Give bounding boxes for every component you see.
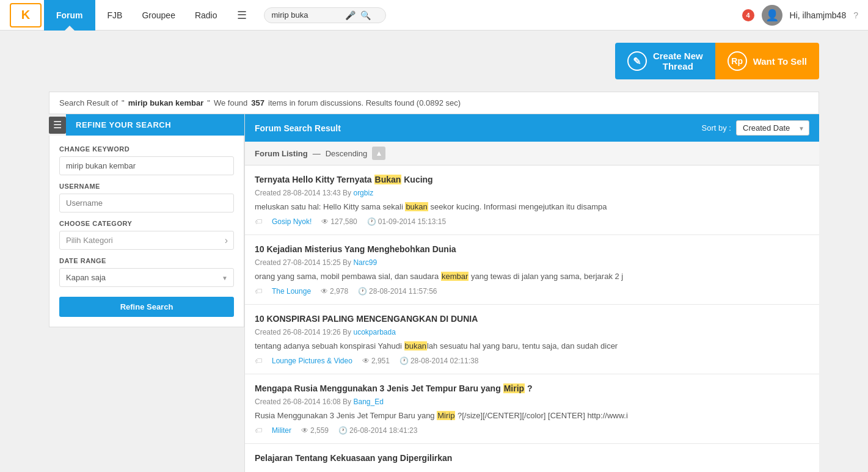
highlight: Mirip — [503, 383, 525, 393]
thread-meta: Created 27-08-2014 15:25 By Narc99 — [255, 258, 809, 267]
avatar[interactable]: 👤 — [762, 5, 782, 26]
date-range-label: DATE RANGE — [59, 257, 234, 264]
view-stat: 👁 127,580 — [321, 217, 357, 226]
mic-icon[interactable]: 🎤 — [345, 10, 356, 20]
sort-label: Sort by : — [702, 123, 731, 133]
thread-excerpt: orang yang sama, mobil pembawa sial, dan… — [255, 270, 809, 283]
change-keyword-label: CHANGE KEYWORD — [59, 145, 234, 153]
refine-search-button[interactable]: Refine Search — [59, 297, 234, 317]
eye-icon: 👁 — [362, 357, 370, 365]
category-select[interactable]: Pilih Kategori — [59, 231, 234, 250]
topnav: K Forum FJB Groupee Radio ☰ 🎤 🔍 4 👤 Hi, … — [0, 0, 868, 31]
hamburger-icon[interactable]: ☰ — [227, 0, 257, 31]
search-icon[interactable]: 🔍 — [360, 10, 371, 20]
sidebar-menu-icon[interactable]: ☰ — [49, 117, 66, 134]
want-to-sell-button[interactable]: Rp Want To Sell — [715, 43, 819, 79]
clock-icon: 🕐 — [358, 287, 367, 296]
author-link[interactable]: Narc99 — [353, 258, 377, 267]
highlight: Mirip — [437, 411, 455, 420]
search-middle: We found — [214, 98, 247, 107]
sort-arrow-button[interactable]: ▲ — [372, 147, 385, 160]
tab-fjb[interactable]: FJB — [98, 0, 133, 31]
username-label: USERNAME — [59, 183, 234, 190]
date-stat: 🕐 28-08-2014 02:11:38 — [399, 357, 478, 365]
listing-order: Descending — [326, 149, 368, 158]
thread-link[interactable]: Mengapa Rusia Menggunakan 3 Jenis Jet Te… — [255, 383, 533, 393]
keyword-input[interactable] — [59, 156, 234, 175]
help-icon[interactable]: ? — [853, 10, 858, 20]
tab-forum[interactable]: Forum — [44, 0, 95, 31]
create-thread-button[interactable]: ✎ Create New Thread — [615, 43, 715, 79]
highlight: bukan — [405, 202, 428, 211]
main-content: Search Result of "mirip bukan kembar" We… — [0, 92, 868, 472]
thread-footer: 🏷 Lounge Pictures & Video 👁 2,951 🕐 28-0… — [255, 357, 809, 365]
username-input[interactable] — [59, 194, 234, 212]
tab-groupee[interactable]: Groupee — [132, 0, 184, 31]
rp-icon: Rp — [728, 51, 747, 71]
search-result-bar: Search Result of "mirip bukan kembar" We… — [49, 92, 819, 114]
thread-item: Pelajaran Tentang Kekuasaan yang Dipergi… — [245, 444, 819, 472]
search-input[interactable] — [272, 10, 345, 20]
thread-link[interactable]: 10 Kejadian Misterius Yang Menghebohkan … — [255, 244, 456, 254]
refine-body: CHANGE KEYWORD USERNAME CHOOSE CATEGORY … — [49, 136, 244, 327]
date-stat: 🕐 28-08-2014 11:57:56 — [358, 287, 437, 296]
date-stat: 🕐 01-09-2014 15:13:15 — [367, 217, 446, 226]
thread-title: Ternyata Hello Kitty Ternyata Bukan Kuci… — [255, 174, 809, 186]
thread-meta: Created 28-08-2014 13:43 By orgbiz — [255, 189, 809, 197]
category-link[interactable]: The Lounge — [272, 287, 311, 296]
date-stat: 🕐 26-08-2014 18:41:23 — [338, 426, 417, 435]
sort-by: Sort by : Created Date Most Viewed Most … — [702, 120, 809, 136]
category-wrapper: Pilih Kategori — [59, 231, 234, 250]
tag-icon: 🏷 — [255, 426, 262, 435]
thread-excerpt: tentang adanya sebuah konspirasi Yahudi … — [255, 340, 809, 352]
thread-item: Ternyata Hello Kitty Ternyata Bukan Kuci… — [245, 165, 819, 235]
tag-icon: 🏷 — [255, 217, 262, 226]
thread-footer: 🏷 The Lounge 👁 2,978 🕐 28-08-2014 11:57:… — [255, 287, 809, 296]
forum-results: Forum Search Result Sort by : Created Da… — [244, 114, 819, 472]
date-range-select[interactable]: Kapan saja Hari ini Minggu ini Bulan ini — [59, 268, 234, 287]
thread-meta: Created 26-08-2014 16:08 By Bang_Ed — [255, 398, 809, 406]
thread-link[interactable]: 10 KONSPIRASI PALING MENCENGANGKAN DI DU… — [255, 314, 478, 324]
category-link[interactable]: Gosip Nyok! — [272, 217, 312, 226]
search-result-prefix: Search Result of — [59, 98, 118, 107]
tab-radio[interactable]: Radio — [185, 0, 227, 31]
thread-item: 10 KONSPIRASI PALING MENCENGANGKAN DI DU… — [245, 305, 819, 374]
forum-search-result-title: Forum Search Result — [255, 123, 341, 133]
pen-icon: ✎ — [627, 51, 647, 71]
author-link[interactable]: orgbiz — [353, 189, 373, 197]
thread-footer: 🏷 Gosip Nyok! 👁 127,580 🕐 01-09-2014 15:… — [255, 217, 809, 226]
sidebar: ☰ REFINE YOUR SEARCH CHANGE KEYWORD USER… — [49, 114, 244, 472]
listing-dash: — — [313, 149, 321, 158]
eye-icon: 👁 — [301, 426, 308, 435]
author-link[interactable]: ucokparbada — [353, 328, 395, 336]
thread-title: 10 KONSPIRASI PALING MENCENGANGKAN DI DU… — [255, 313, 809, 325]
category-link[interactable]: Militer — [272, 426, 291, 435]
create-thread-label: Create New Thread — [653, 51, 703, 71]
search-box: 🎤 🔍 — [264, 7, 386, 23]
thread-link[interactable]: Pelajaran Tentang Kekuasaan yang Dipergi… — [255, 453, 452, 463]
category-link[interactable]: Lounge Pictures & Video — [272, 357, 352, 365]
refine-header: REFINE YOUR SEARCH — [66, 114, 244, 136]
tag-icon: 🏷 — [255, 287, 262, 296]
highlight: Bukan — [374, 175, 402, 184]
listing-label: Forum Listing — [255, 149, 308, 158]
sort-wrapper: Created Date Most Viewed Most Replied — [736, 120, 809, 136]
view-stat: 👁 2,951 — [362, 357, 390, 365]
category-label: CHOOSE CATEGORY — [59, 220, 234, 227]
author-link[interactable]: Bang_Ed — [353, 398, 383, 406]
thread-title: Pelajaran Tentang Kekuasaan yang Dipergi… — [255, 452, 809, 465]
nav-right: 4 👤 Hi, ilhamjmb48 ? — [742, 5, 858, 26]
thread-link[interactable]: Ternyata Hello Kitty Ternyata Bukan Kuci… — [255, 175, 433, 184]
date-select-wrapper: Kapan saja Hari ini Minggu ini Bulan ini — [59, 268, 234, 287]
notification-badge[interactable]: 4 — [742, 9, 754, 21]
search-count: 357 — [251, 98, 264, 107]
logo[interactable]: K — [10, 3, 42, 27]
highlight: kembar — [441, 272, 469, 281]
thread-excerpt: meluskan satu hal: Hello Kitty sama seka… — [255, 201, 809, 213]
sort-dropdown[interactable]: Created Date Most Viewed Most Replied — [736, 120, 809, 136]
eye-icon: 👁 — [321, 287, 328, 296]
thread-title: 10 Kejadian Misterius Yang Menghebohkan … — [255, 244, 809, 256]
view-stat: 👁 2,559 — [301, 426, 329, 435]
clock-icon: 🕐 — [338, 426, 348, 435]
thread-title: Mengapa Rusia Menggunakan 3 Jenis Jet Te… — [255, 383, 809, 395]
